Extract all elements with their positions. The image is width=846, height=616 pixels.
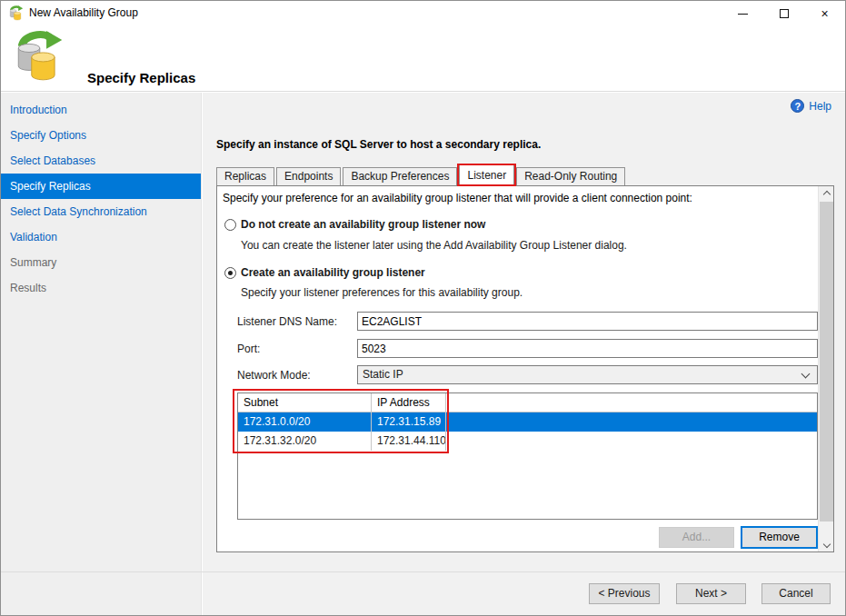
network-mode-select[interactable]: Static IP xyxy=(357,365,818,384)
minimize-button[interactable] xyxy=(722,1,763,26)
database-replica-icon xyxy=(12,30,65,83)
new-availability-group-window: New Availability Group × Specify Replica… xyxy=(0,0,846,616)
cell-spacer-1 xyxy=(446,412,817,432)
listener-dns-name-label: Listener DNS Name: xyxy=(237,315,337,328)
cell-subnet-1: 172.31.0.0/20 xyxy=(238,412,372,432)
table-header-subnet[interactable]: Subnet xyxy=(238,393,372,412)
window-title: New Availability Group xyxy=(29,6,138,19)
radio-no-listener-label[interactable]: Do not create an availability group list… xyxy=(241,218,485,231)
cell-spacer-2 xyxy=(446,432,817,451)
tab-listener-label: Listener xyxy=(467,169,506,182)
vertical-scrollbar[interactable] xyxy=(818,186,833,551)
minimize-icon xyxy=(738,14,748,15)
tab-strip: Replicas Endpoints Backup Preferences Li… xyxy=(216,165,627,185)
window-controls: × xyxy=(722,1,845,26)
listener-intro-text: Specify your preference for an availabil… xyxy=(223,192,692,204)
tab-endpoints[interactable]: Endpoints xyxy=(276,167,341,185)
scroll-down-button[interactable] xyxy=(819,536,834,551)
sidebar-item-select-data-synchronization[interactable]: Select Data Synchronization xyxy=(1,199,201,224)
port-label: Port: xyxy=(237,343,260,355)
maximize-icon xyxy=(780,9,789,18)
radio-create-listener-label[interactable]: Create an availability group listener xyxy=(241,266,425,279)
titlebar: New Availability Group × xyxy=(1,1,845,26)
table-row-subnet-2[interactable]: 172.31.32.0/20 172.31.44.110 xyxy=(238,432,817,451)
footer-divider xyxy=(1,571,845,572)
table-header-row: Subnet IP Address xyxy=(238,393,817,412)
maximize-button[interactable] xyxy=(763,1,804,26)
scroll-up-button[interactable] xyxy=(819,186,834,202)
instruction-text: Specify an instance of SQL Server to hos… xyxy=(216,138,541,151)
tab-read-only-routing[interactable]: Read-Only Routing xyxy=(516,167,625,185)
sidebar-item-specify-options[interactable]: Specify Options xyxy=(1,123,201,148)
radio-create-listener-description: Specify your listener preferences for th… xyxy=(241,286,523,299)
cell-ip-1: 172.31.15.89 xyxy=(372,412,446,432)
ip-address-table: Subnet IP Address 172.31.0.0/20 172.31.1… xyxy=(237,392,818,520)
wizard-header: Specify Replicas xyxy=(1,26,845,92)
radio-no-listener-description: You can create the listener later using … xyxy=(241,239,627,252)
network-mode-label: Network Mode: xyxy=(237,369,311,382)
sidebar-item-summary: Summary xyxy=(1,250,201,275)
chevron-down-icon xyxy=(801,370,811,379)
sidebar-item-validation[interactable]: Validation xyxy=(1,224,201,250)
tab-backup-preferences[interactable]: Backup Preferences xyxy=(343,167,457,185)
next-button[interactable]: Next > xyxy=(676,583,746,604)
table-header-ip-address[interactable]: IP Address xyxy=(372,393,446,412)
chevron-down-icon xyxy=(822,540,830,547)
cell-ip-2: 172.31.44.110 xyxy=(372,432,446,451)
listener-tab-panel: Specify your preference for an availabil… xyxy=(216,185,834,552)
close-button[interactable]: × xyxy=(804,1,845,26)
help-icon: ? xyxy=(791,99,804,113)
help-link[interactable]: ? Help xyxy=(791,99,831,113)
table-header-spacer xyxy=(446,393,817,412)
sidebar-item-specify-replicas[interactable]: Specify Replicas xyxy=(1,174,201,199)
cell-subnet-2: 172.31.32.0/20 xyxy=(238,432,372,451)
listener-dns-name-input[interactable] xyxy=(357,312,818,331)
main-panel: ? Help Specify an instance of SQL Server… xyxy=(203,93,845,615)
availability-group-icon xyxy=(8,5,24,21)
sidebar-item-results: Results xyxy=(1,275,201,301)
network-mode-value: Static IP xyxy=(363,368,403,381)
tab-replicas[interactable]: Replicas xyxy=(216,167,274,185)
table-row-subnet-1[interactable]: 172.31.0.0/20 172.31.15.89 xyxy=(238,412,817,432)
port-input[interactable] xyxy=(357,339,818,358)
radio-create-listener[interactable] xyxy=(224,267,236,279)
sidebar-item-introduction[interactable]: Introduction xyxy=(1,97,201,123)
chevron-up-icon xyxy=(822,190,830,197)
scrollbar-thumb[interactable] xyxy=(820,202,833,522)
add-button: Add... xyxy=(659,527,734,548)
sidebar: Introduction Specify Options Select Data… xyxy=(1,93,202,615)
remove-button[interactable]: Remove xyxy=(741,526,818,549)
previous-button[interactable]: < Previous xyxy=(589,583,660,604)
page-title: Specify Replicas xyxy=(87,70,195,85)
sidebar-item-select-databases[interactable]: Select Databases xyxy=(1,148,201,174)
help-label: Help xyxy=(809,100,831,113)
tab-listener[interactable]: Listener xyxy=(459,164,514,185)
radio-no-listener[interactable] xyxy=(224,219,236,231)
cancel-button[interactable]: Cancel xyxy=(761,583,831,604)
